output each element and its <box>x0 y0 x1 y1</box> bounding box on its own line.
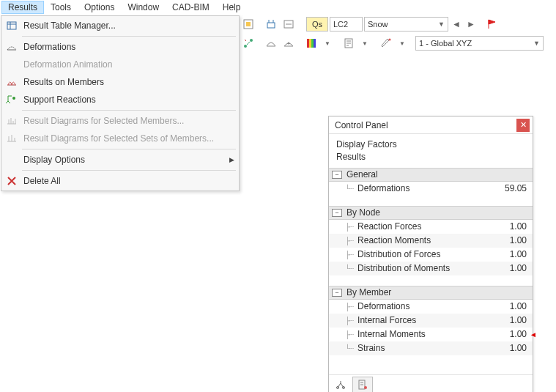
row-internal-forces[interactable]: ├┈ Internal Forces 1.00 <box>329 314 533 328</box>
menu-separator <box>22 110 236 111</box>
toolbar-icon-c[interactable] <box>281 16 297 32</box>
svg-rect-2 <box>267 23 275 28</box>
loadcase-combo[interactable]: LC2 <box>330 17 363 32</box>
row-strains[interactable]: └┈ Strains 1.00 <box>329 341 533 355</box>
menu-options[interactable]: Options <box>78 1 121 14</box>
group-label: By Member <box>346 287 533 297</box>
qs-button[interactable]: Qs <box>306 17 328 32</box>
menu-item-deformations[interactable]: Deformations <box>1 38 239 56</box>
toolbar2-icon-b[interactable] <box>263 35 279 51</box>
tree-icon: ├┈ <box>345 251 353 259</box>
menu-item-results-on-members[interactable]: Results on Members <box>1 73 239 91</box>
svg-point-5 <box>250 39 253 42</box>
toolbar2-dd-2[interactable]: ▼ <box>358 37 371 50</box>
delete-icon <box>5 174 18 188</box>
svg-point-12 <box>389 39 391 41</box>
row-value[interactable]: 1.00 <box>492 301 533 311</box>
results-members-icon <box>5 75 18 89</box>
table-manager-icon <box>5 19 18 32</box>
menu-item-label: Result Diagrams for Selected Members... <box>23 116 184 126</box>
marker-icon: ◄ <box>530 330 537 338</box>
row-value[interactable]: 1.00 <box>492 235 533 245</box>
row-value[interactable]: 1.00 <box>492 249 533 259</box>
menu-cadbim[interactable]: CAD-BIM <box>166 1 216 14</box>
row-label: Distribution of Moments <box>356 263 492 273</box>
menu-help[interactable]: Help <box>216 1 248 14</box>
row-value[interactable]: 1.00 <box>492 315 533 325</box>
menu-window[interactable]: Window <box>121 1 166 14</box>
menu-item-delete-all[interactable]: Delete All <box>1 172 239 190</box>
diagram-sets-icon <box>5 132 18 145</box>
svg-rect-10 <box>314 39 316 48</box>
row-member-deformations[interactable]: ├┈ Deformations 1.00 <box>329 300 533 314</box>
menu-tools[interactable]: Tools <box>44 1 78 14</box>
group-header-by-node[interactable]: − By Node <box>329 206 533 220</box>
panel-sub-line2: Results <box>336 151 525 163</box>
row-label: Internal Forces <box>356 315 492 325</box>
menu-results[interactable]: Results <box>1 1 44 14</box>
toolbar2-dd-1[interactable]: ▼ <box>321 37 334 50</box>
toolbar2-rainbow-icon[interactable] <box>303 35 319 51</box>
row-reaction-moments[interactable]: ├┈ Reaction Moments 1.00 <box>329 234 533 248</box>
menu-item-label: Result Table Manager... <box>23 21 116 31</box>
group-header-by-member[interactable]: − By Member <box>329 286 533 300</box>
nav-prev-button[interactable]: ◄ <box>450 18 463 31</box>
results-dropdown: Result Table Manager... Deformations Def… <box>1 15 240 191</box>
svg-point-6 <box>288 42 290 45</box>
footer-tab-scale[interactable] <box>330 377 351 392</box>
row-dist-forces[interactable]: ├┈ Distribution of Forces 1.00 <box>329 248 533 262</box>
loadcase-desc-combo[interactable]: Snow▼ <box>364 17 448 32</box>
factor-grid: − General └┈ Deformations 59.05 − By Nod… <box>329 168 533 355</box>
row-internal-moments[interactable]: ├┈ Internal Moments 1.00 ◄ <box>329 328 533 341</box>
toolbar-icon-b[interactable] <box>263 16 279 32</box>
chevron-down-icon: ▼ <box>438 21 445 28</box>
group-label: By Node <box>346 207 533 218</box>
svg-rect-1 <box>246 22 251 26</box>
coord-system-combo[interactable]: 1 - Global XYZ▼ <box>415 36 544 51</box>
row-value[interactable]: 1.00 <box>492 221 533 232</box>
row-label: Reaction Moments <box>356 235 492 245</box>
menu-item-label: Results on Members <box>23 77 104 87</box>
menu-item-label: Result Diagrams for Selected Sets of Mem… <box>23 133 214 144</box>
collapse-icon[interactable]: − <box>332 209 342 217</box>
toolbar-icon-a[interactable] <box>240 16 256 32</box>
toolbar2-dd-3[interactable]: ▼ <box>396 37 409 50</box>
menu-separator <box>22 36 236 37</box>
control-panel: Control Panel ✕ Display Factors Results … <box>328 116 533 392</box>
row-value[interactable]: 1.00 <box>492 329 533 339</box>
menu-bar: Results Tools Options Window CAD-BIM Hel… <box>0 0 556 15</box>
toolbar2-sheet-icon[interactable] <box>341 35 357 51</box>
row-reaction-forces[interactable]: ├┈ Reaction Forces 1.00 <box>329 220 533 234</box>
svg-point-18 <box>364 386 367 389</box>
toolbar2-pen-icon[interactable] <box>378 35 394 51</box>
toolbar2-icon-a[interactable] <box>240 35 256 51</box>
close-button[interactable]: ✕ <box>516 119 530 132</box>
collapse-icon[interactable]: − <box>332 171 342 179</box>
row-value[interactable]: 1.00 <box>492 263 533 273</box>
toolbar2-icon-c[interactable] <box>281 35 297 51</box>
row-general-deformations[interactable]: └┈ Deformations 59.05 <box>329 182 533 196</box>
flag-red-icon[interactable] <box>484 16 500 32</box>
tree-icon: ├┈ <box>345 330 353 339</box>
row-label: Deformations <box>356 301 492 311</box>
svg-rect-7 <box>307 39 309 48</box>
row-value[interactable]: 59.05 <box>492 183 533 193</box>
collapse-icon[interactable]: − <box>332 289 342 297</box>
menu-separator <box>22 149 236 149</box>
deformations-icon <box>5 40 18 53</box>
group-header-general[interactable]: − General <box>329 168 533 182</box>
svg-rect-13 <box>7 22 16 29</box>
tree-icon: ├┈ <box>345 223 353 231</box>
panel-header[interactable]: Control Panel ✕ <box>329 117 533 134</box>
row-value[interactable]: 1.00 <box>492 343 533 353</box>
row-dist-moments[interactable]: └┈ Distribution of Moments 1.00 <box>329 262 533 275</box>
footer-tab-filter[interactable] <box>352 377 373 392</box>
menu-item-display-options[interactable]: Display Options ▶ <box>1 151 239 169</box>
menu-item-result-table-manager[interactable]: Result Table Manager... <box>1 17 239 34</box>
nav-next-button[interactable]: ► <box>464 18 478 31</box>
menu-item-label: Deformation Animation <box>23 59 112 70</box>
menu-item-support-reactions[interactable]: Support Reactions <box>1 91 239 108</box>
menu-item-diagrams-sets: Result Diagrams for Selected Sets of Mem… <box>1 130 239 147</box>
menu-separator <box>22 170 236 171</box>
menu-item-label: Display Options <box>23 155 85 165</box>
